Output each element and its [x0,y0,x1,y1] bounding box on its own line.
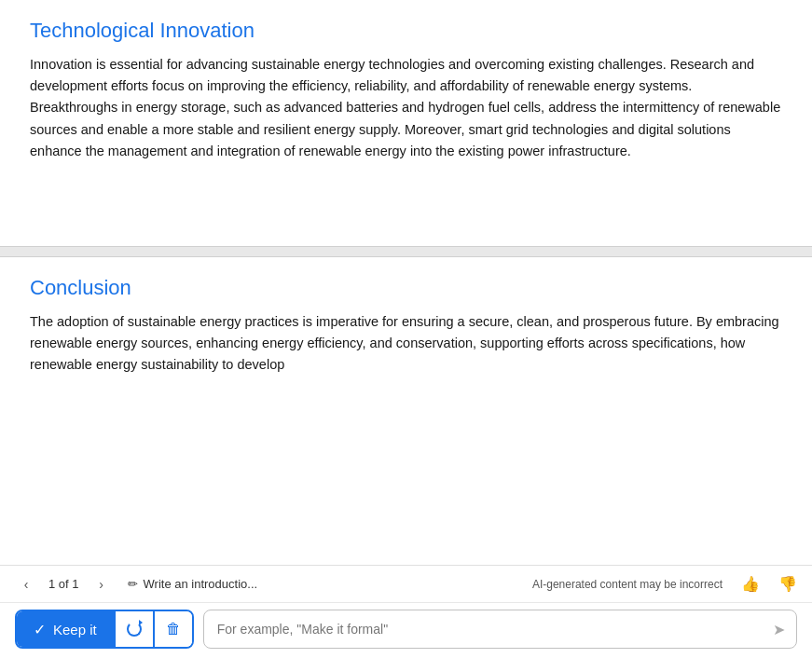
write-intro-label: Write an introductio... [144,577,258,591]
delete-button[interactable]: 🗑 [153,611,192,647]
prompt-input-wrapper: ➤ [203,610,797,649]
tech-innovation-body: Innovation is essential for advancing su… [30,54,782,162]
tech-innovation-title: Technological Innovation [30,19,782,43]
next-arrow[interactable]: › [90,573,113,596]
thumbs-down-icon[interactable]: 👎 [778,575,797,593]
check-icon: ✓ [34,621,46,638]
top-section: Technological Innovation Innovation is e… [0,0,812,190]
conclusion-title: Conclusion [30,276,782,300]
keep-button[interactable]: ✓ Keep it [17,611,114,647]
ai-disclaimer-text: AI-generated content may be incorrect [532,578,723,591]
toolbar-top-row: ‹ 1 of 1 › ✏ Write an introductio... AI-… [0,566,812,603]
pagination-text: 1 of 1 [48,577,79,591]
regenerate-icon [127,622,142,637]
write-intro-button[interactable]: ✏ Write an introductio... [128,577,258,591]
conclusion-section: Conclusion The adoption of sustainable e… [0,257,812,395]
bottom-toolbar: ‹ 1 of 1 › ✏ Write an introductio... AI-… [0,565,812,658]
toolbar-bottom-row: ✓ Keep it 🗑 ➤ [0,603,812,655]
delete-icon: 🗑 [166,621,181,637]
send-icon[interactable]: ➤ [773,621,785,638]
prompt-input[interactable] [204,610,796,648]
conclusion-body: The adoption of sustainable energy pract… [30,311,782,377]
section-divider [0,246,812,257]
page-wrapper: Technological Innovation Innovation is e… [0,0,812,658]
thumbs-up-icon[interactable]: 👍 [741,575,760,593]
keep-label: Keep it [53,622,97,637]
prev-arrow[interactable]: ‹ [15,573,37,596]
regenerate-button[interactable] [114,611,153,647]
pencil-icon: ✏ [128,577,138,591]
action-group: ✓ Keep it 🗑 [15,610,194,649]
